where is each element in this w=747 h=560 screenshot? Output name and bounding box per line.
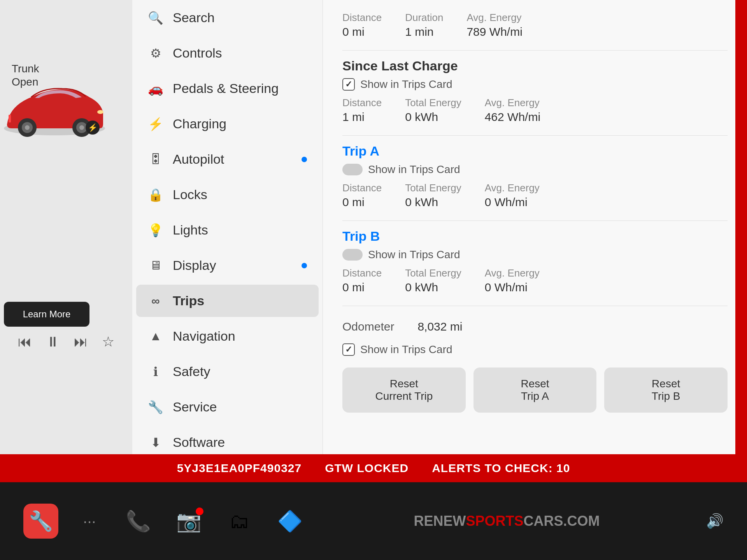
since-last-charge-checkbox[interactable] bbox=[342, 78, 355, 91]
since-last-charge-section: Since Last Charge Show in Trips Card Dis… bbox=[342, 58, 728, 124]
play-pause-button[interactable]: ⏸ bbox=[46, 334, 60, 350]
sidebar-item-label: Safety bbox=[173, 364, 307, 379]
gtw-locked-text: GTW LOCKED bbox=[325, 462, 409, 475]
slc-distance-value: 1 mi bbox=[342, 110, 382, 124]
next-button[interactable]: ⏭ bbox=[74, 334, 88, 350]
safety-icon: ℹ bbox=[148, 364, 163, 379]
trip-b-show-label: Show in Trips Card bbox=[368, 248, 460, 261]
renew-brand: RENEW SPORTS CARS.COM bbox=[414, 513, 600, 529]
tesla-ui: Trunk Open bbox=[0, 0, 747, 459]
since-last-charge-title: Since Last Charge bbox=[342, 58, 728, 74]
taskbar: 🔧 ··· 📞 📷 🗂 🔷 RENEW SPORTS CARS.COM 🔊 bbox=[0, 482, 747, 560]
odometer-value: 8,032 mi bbox=[417, 320, 462, 333]
lights-icon: 💡 bbox=[148, 223, 163, 238]
volume-icon[interactable]: 🔊 bbox=[706, 513, 724, 529]
current-energy-value: 789 Wh/mi bbox=[466, 25, 522, 38]
slc-avg-energy-value: 462 Wh/mi bbox=[485, 110, 540, 124]
sidebar-item-lights[interactable]: 💡 Lights bbox=[136, 214, 319, 246]
display-dot bbox=[302, 263, 307, 268]
odometer-row: Odometer 8,032 mi bbox=[342, 314, 728, 340]
trip-a-show-label: Show in Trips Card bbox=[368, 163, 460, 176]
sidebar-item-trips[interactable]: ∞ Trips bbox=[136, 285, 319, 317]
reset-trip-a-label: ResetTrip A bbox=[521, 378, 549, 402]
tb-energy-value: 0 kWh bbox=[405, 281, 461, 294]
sidebar-item-label: Search bbox=[173, 10, 307, 25]
odometer-checkbox[interactable] bbox=[342, 343, 355, 356]
charging-icon: ⚡ bbox=[148, 117, 163, 131]
taskbar-apps: 🔧 ··· 📞 📷 🗂 🔷 bbox=[23, 504, 307, 539]
ta-avg-energy-value: 0 Wh/mi bbox=[485, 196, 540, 209]
learn-more-banner[interactable]: Learn More bbox=[4, 302, 89, 327]
tb-energy-label: Total Energy bbox=[405, 267, 461, 279]
sidebar-item-label: Service bbox=[173, 399, 307, 415]
odometer-section: Odometer 8,032 mi Show in Trips Card bbox=[342, 314, 728, 356]
sidebar-item-label: Navigation bbox=[173, 329, 307, 344]
sidebar-item-label: Charging bbox=[173, 116, 307, 131]
reset-trip-b-label: ResetTrip B bbox=[652, 378, 680, 402]
since-last-charge-show-in-trips[interactable]: Show in Trips Card bbox=[342, 78, 728, 91]
car-image bbox=[0, 78, 117, 156]
locks-icon: 🔒 bbox=[148, 187, 163, 202]
slc-energy-block: Total Energy 0 kWh bbox=[405, 97, 461, 124]
media-controls: ⏮ ⏸ ⏭ ☆ bbox=[0, 330, 132, 354]
odometer-show-in-trips[interactable]: Show in Trips Card bbox=[342, 343, 728, 356]
sidebar-item-safety[interactable]: ℹ Safety bbox=[136, 355, 319, 388]
trips-panel: Distance 0 mi Duration 1 min Avg. Energy… bbox=[323, 0, 747, 459]
trip-b-show-in-trips[interactable]: Show in Trips Card bbox=[342, 248, 728, 261]
sidebar-item-label: Controls bbox=[173, 46, 307, 61]
ta-avg-energy-label: Avg. Energy bbox=[485, 182, 540, 194]
reset-trip-a-button[interactable]: ResetTrip A bbox=[473, 368, 597, 413]
slc-distance-label: Distance bbox=[342, 97, 382, 109]
trip-a-section: Trip A Show in Trips Card Distance 0 mi … bbox=[342, 144, 728, 209]
tb-energy-block: Total Energy 0 kWh bbox=[405, 267, 461, 294]
slc-energy-label: Total Energy bbox=[405, 97, 461, 109]
alerts-text: ALERTS TO CHECK: 10 bbox=[432, 462, 570, 475]
sidebar-item-locks[interactable]: 🔒 Locks bbox=[136, 178, 319, 211]
lightning-badge: ⚡ bbox=[86, 121, 100, 135]
reset-trip-b-button[interactable]: ResetTrip B bbox=[604, 368, 728, 413]
tb-distance-block: Distance 0 mi bbox=[342, 267, 382, 294]
slc-avg-energy-block: Avg. Energy 462 Wh/mi bbox=[485, 97, 540, 124]
service-icon: 🔧 bbox=[148, 400, 163, 415]
sidebar-item-label: Locks bbox=[173, 187, 307, 202]
sidebar-item-autopilot[interactable]: 🎛 Autopilot bbox=[136, 143, 319, 175]
trip-b-title: Trip B bbox=[342, 229, 728, 244]
current-duration-label: Duration bbox=[405, 12, 443, 24]
app-icon-camera[interactable]: 📷 bbox=[171, 504, 206, 539]
prev-button[interactable]: ⏮ bbox=[18, 334, 32, 350]
sidebar-item-label: Trips bbox=[173, 293, 307, 308]
sidebar-item-search[interactable]: 🔍 Search bbox=[136, 2, 319, 34]
tb-distance-value: 0 mi bbox=[342, 281, 382, 294]
trip-a-show-in-trips[interactable]: Show in Trips Card bbox=[342, 163, 728, 176]
trip-a-toggle[interactable] bbox=[342, 164, 363, 175]
app-icon-bluetooth[interactable]: 🔷 bbox=[272, 504, 307, 539]
sidebar-item-software[interactable]: ⬇ Software bbox=[136, 426, 319, 458]
svg-point-3 bbox=[25, 125, 30, 130]
search-icon: 🔍 bbox=[148, 10, 163, 25]
slc-energy-value: 0 kWh bbox=[405, 110, 461, 124]
app-icon-phone[interactable]: 📞 bbox=[121, 504, 156, 539]
ta-distance-value: 0 mi bbox=[342, 196, 382, 209]
app-icon-dots[interactable]: ··· bbox=[74, 506, 105, 537]
sidebar-item-display[interactable]: 🖥 Display bbox=[136, 249, 319, 282]
pedals-icon: 🚗 bbox=[148, 81, 163, 96]
trip-b-toggle[interactable] bbox=[342, 249, 363, 261]
divider-4 bbox=[342, 306, 728, 306]
reset-current-trip-button[interactable]: ResetCurrent Trip bbox=[342, 368, 466, 413]
reset-buttons: ResetCurrent Trip ResetTrip A ResetTrip … bbox=[342, 368, 728, 413]
bluetooth-icon: 🔷 bbox=[277, 509, 303, 533]
display-icon: 🖥 bbox=[148, 258, 163, 273]
sidebar-item-navigation[interactable]: ▲ Navigation bbox=[136, 320, 319, 352]
sidebar-item-pedals[interactable]: 🚗 Pedals & Steering bbox=[136, 72, 319, 105]
favorite-button[interactable]: ☆ bbox=[102, 334, 114, 350]
svg-point-6 bbox=[79, 125, 84, 130]
sidebar-item-controls[interactable]: ⚙ Controls bbox=[136, 37, 319, 69]
sidebar-item-service[interactable]: 🔧 Service bbox=[136, 391, 319, 423]
app-icon-settings[interactable]: 🔧 bbox=[23, 504, 58, 539]
vin-text: 5YJ3E1EA0PF490327 bbox=[177, 462, 302, 475]
app-icon-archive[interactable]: 🗂 bbox=[222, 504, 257, 539]
divider-3 bbox=[342, 220, 728, 221]
sidebar-item-label: Autopilot bbox=[173, 152, 289, 167]
sidebar-item-charging[interactable]: ⚡ Charging bbox=[136, 108, 319, 140]
ta-energy-label: Total Energy bbox=[405, 182, 461, 194]
